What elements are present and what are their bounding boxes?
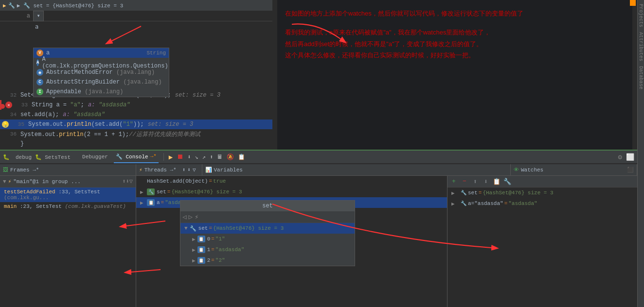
threads-down[interactable]: ⬇ [187,167,191,173]
ac-item-abstract-sb[interactable]: C AbstractStringBuilder (java.lang) [34,77,169,87]
frame-line: :33, SetsTest [58,189,100,195]
error-icon-33: ✕ [5,102,12,108]
btn-frames[interactable]: 📋 [238,154,245,161]
threads-filter[interactable]: ▽ [193,167,196,173]
watch-item-a[interactable]: ▶ 🔧 a="asdasda" = "asdasda" [447,198,637,209]
frame-text: ▶ 🔧 set = {HashSet@476} size = 3 [17,2,124,9]
thread-filter-btn[interactable]: ▽ [129,178,133,185]
popup-item-2[interactable]: ▶ 📋 2 = "2" [180,255,355,266]
popup-btn-jump[interactable]: ⚡ [195,213,198,221]
popup-btn-back[interactable]: ◁ [182,213,186,221]
popup-icon-1: 📋 [197,246,205,253]
watches-label: Watches [521,167,543,173]
ac-icon-A: A [36,59,39,66]
watch-item-set[interactable]: ▶ 🔧 set = {HashSet@476} size = 3 [447,188,637,198]
btn-eval[interactable]: 🖩 [217,154,223,161]
annotation-line4: 然后再add到set的时候，他就不再是"a"了，变成了我修改之后的值了。 [285,38,625,50]
frame-method-1: main [4,204,17,209]
info-icon-35: 💡 [2,121,9,128]
watches-icon: 👁 [514,167,519,173]
watch-add-btn[interactable]: + [449,178,458,185]
debug-title: debug 🐛 SetsTest [16,154,71,160]
var-item-hashadd[interactable]: HashSet.add(Object) = true [136,176,447,187]
watch-copy-btn[interactable]: 📋 [492,178,501,186]
popup-btn-fwd[interactable]: ▷ [188,213,192,221]
dropdown-btn[interactable]: ▾ [33,11,44,21]
watch-settings-btn[interactable]: 🔧 [503,178,512,186]
ac-item-A[interactable]: A A (com.lxk.programQuestions.Questions) [34,58,169,68]
var-key-hashadd: HashSet.add(Object) [147,178,208,184]
threads-label: Threads →* [144,167,177,173]
popup-set-icon: 🔧 [190,225,197,232]
frame-arrow[interactable]: ▶ [3,2,6,9]
btn-stop[interactable]: ⏹ [177,153,183,161]
watch-set-icon: 🔧 [460,189,467,196]
frame-package-1: (com.lxk.guavaTest) [65,204,125,209]
btn-run-cursor[interactable]: ⬆ [210,154,213,161]
frames-label: Frames →* [10,167,39,173]
var-icon-a: 📋 [147,199,155,206]
threads-up[interactable]: ⬆ [182,167,186,173]
thread-expand[interactable]: ▼ [3,179,6,185]
code-line-close: } [0,139,272,149]
ac-item-abstract-method[interactable]: ◉ AbstractMethodError (java.lang) [34,68,169,77]
ac-icon-C: C [36,79,43,85]
tab-debugger[interactable]: Debugger [80,151,110,163]
debug-header: 🐛 debug 🐛 SetsTest Debugger 🔧 Console →*… [0,150,637,163]
watch-remove-btn[interactable]: − [460,178,469,185]
popup-title: set [180,201,355,211]
watches-toolbar: + − ⬆ ⬇ 📋 🔧 [447,176,637,188]
thread-down-btn[interactable]: ⬇ [126,178,129,185]
btn-step-out[interactable]: ↗ [202,154,206,161]
debug-label: 🐛 [3,154,10,160]
frames-panel: ▼ ⚡ "main"@1 in group ... ⬆ ⬇ ▽ testSetA… [0,176,136,307]
variables-header: 📊 Variables [202,164,511,175]
sidebar-tab-attributes[interactable]: Attributes [638,30,644,63]
thread-up-btn[interactable]: ⬆ [122,178,125,185]
code-lines: 32 Set<String> set = Sets.newHashSet("1"… [0,90,272,149]
var-icon-set: 🔧 [147,188,155,195]
btn-restore[interactable]: ⬜ [626,153,634,161]
btn-settings-debug[interactable]: ⚙ [618,153,622,161]
debug-content: ▼ ⚡ "main"@1 in group ... ⬆ ⬇ ▽ testSetA… [0,176,637,307]
ac-icon-v: V [36,50,43,56]
threads-header: ⚡ Threads →* ⬆ ⬇ ▽ [136,164,202,175]
tab-console[interactable]: 🔧 Console →* [114,151,159,163]
variables-panel: HashSet.add(Object) = true ▶ 🔧 set = {Ha… [136,176,447,307]
popup-item-1[interactable]: ▶ 📋 1 = "asdasda" [180,244,355,255]
debug-frame-bar: ▶ 🔧 ▶ 🔧 set = {HashSet@476} size = 3 [0,0,272,11]
var-key-set: set [157,189,166,195]
orange-marker [630,0,636,6]
var-item-set[interactable]: ▶ 🔧 set = {HashSet@476} size = 3 [136,187,447,197]
watch-a-icon: 🔧 [460,200,467,207]
annotation-line2 [285,19,625,27]
btn-step-over[interactable]: ⬇ [187,154,191,161]
sidebar-tab-database[interactable]: Database [638,64,644,91]
frame-item-1[interactable]: main :23, SetsTest (com.lxk.guavaTest) [0,202,136,211]
var-key-a: a [157,200,160,205]
annotation-line1: 在如图的地方上添加个watches，然后你就可以写代码，修改运行状态下的变量的值… [285,8,625,19]
watch-up-btn[interactable]: ⬆ [471,178,480,186]
popup-toolbar: ◁ ▷ ⚡ [180,211,355,223]
autocomplete-dropdown: V a String A A (com.lxk.programQuestions… [33,48,169,97]
watches-expand[interactable]: ⬛ [627,167,634,173]
btn-mute[interactable]: 🔕 [227,154,234,161]
breakpoint-33[interactable] [0,104,5,109]
annotation-panel: 在如图的地方上添加个watches，然后你就可以写代码，修改运行状态下的变量的值… [277,0,632,151]
frame-line-1: :23, SetsTest [20,204,65,209]
panel-headers: 🖼 Frames →* ⚡ Threads →* ⬆ ⬇ ▽ 📊 Variabl… [0,164,637,176]
code-input-field[interactable] [33,21,242,32]
sidebar-tab-projects[interactable]: Projects [638,2,644,29]
frame-thread-main[interactable]: ▼ ⚡ "main"@1 in group ... ⬆ ⬇ ▽ [0,176,136,188]
btn-resume[interactable]: ▶ [169,153,173,161]
frame-item-0[interactable]: testSetAddFailed :33, SetsTest (com.lxk.… [0,188,136,202]
watch-down-btn[interactable]: ⬇ [482,178,490,186]
btn-step-into[interactable]: ↘ [195,154,198,161]
watches-header: 👁 Watches ⬛ [511,164,637,175]
ac-item-appendable[interactable]: I Appendable (java.lang) [34,87,169,97]
thread-name: "main"@1 in group ... [13,179,81,185]
frame-icon: 🔧 [8,2,15,9]
popup-item-0[interactable]: ▶ 📋 0 = "1" [180,234,355,244]
code-line-35: 💡 35 System.out.println(set.add("1")); s… [0,119,272,129]
popup-item-set[interactable]: ▼ 🔧 set = {HashSet@476} size = 3 [180,223,355,234]
